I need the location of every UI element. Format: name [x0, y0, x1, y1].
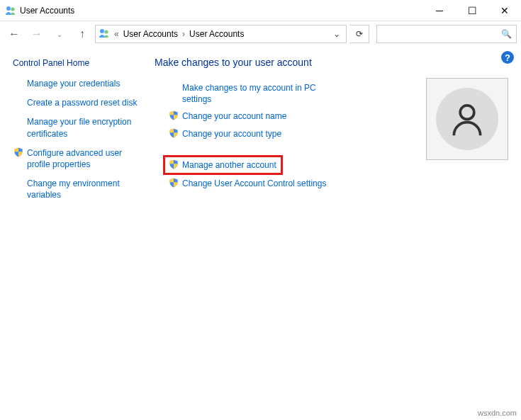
- maximize-button[interactable]: ☐: [456, 0, 488, 21]
- nav-row: ← → ⌄ ↑ « User Accounts › User Accounts …: [0, 21, 521, 47]
- app-icon: [0, 5, 17, 16]
- sidebar-link-label: Manage your file encryption certificates: [27, 116, 147, 139]
- refresh-button[interactable]: ⟳: [349, 25, 369, 43]
- sidebar-link-label: Change my environment variables: [27, 178, 147, 200]
- sidebar: Control Panel Home Manage your credentia…: [13, 54, 155, 209]
- sidebar-link-4[interactable]: Change my environment variables: [13, 178, 147, 200]
- sidebar-link-1[interactable]: Create a password reset disk: [13, 97, 147, 108]
- sidebar-link-label: Manage your credentials: [27, 78, 120, 89]
- sidebar-link-0[interactable]: Manage your credentials: [13, 78, 147, 89]
- main-link-1[interactable]: Change your account name: [167, 110, 412, 122]
- forward-button[interactable]: →: [27, 24, 47, 44]
- sidebar-link-2[interactable]: Manage your file encryption certificates: [13, 116, 147, 139]
- main-link-4[interactable]: Change User Account Control settings: [167, 178, 412, 189]
- breadcrumb-1[interactable]: User Accounts: [123, 29, 178, 39]
- recent-dropdown[interactable]: ⌄: [50, 24, 69, 44]
- main-link-0[interactable]: Make changes to my account in PC setting…: [167, 82, 316, 105]
- address-dropdown[interactable]: ⌄: [330, 29, 343, 39]
- svg-point-3: [104, 30, 108, 33]
- sidebar-link-3[interactable]: Configure advanced user profile properti…: [13, 147, 147, 170]
- svg-point-0: [6, 6, 11, 11]
- chevron-right-icon: ›: [181, 29, 186, 39]
- shield-icon: [167, 110, 180, 120]
- up-button[interactable]: ↑: [72, 24, 92, 44]
- sidebar-link-label: Create a password reset disk: [27, 97, 137, 108]
- window-controls: ─ ☐ ✕: [423, 0, 521, 21]
- main-link-label: Change your account type: [182, 128, 281, 140]
- main-panel: Make changes to your user account Make c…: [155, 54, 508, 209]
- address-bar[interactable]: « User Accounts › User Accounts ⌄: [95, 25, 347, 43]
- account-picture[interactable]: [426, 78, 508, 160]
- avatar-icon: [436, 88, 498, 150]
- titlebar: User Accounts ─ ☐ ✕: [0, 0, 521, 21]
- address-icon: [99, 28, 110, 41]
- shield-icon: [13, 147, 24, 157]
- svg-point-4: [460, 106, 474, 120]
- sidebar-heading[interactable]: Control Panel Home: [13, 58, 147, 68]
- main-link-2[interactable]: Change your account type: [167, 128, 412, 140]
- main-link-label: Change your account name: [182, 110, 286, 122]
- main-link-3[interactable]: Manage another account: [167, 159, 276, 171]
- breadcrumb-sep: «: [113, 29, 121, 39]
- main-link-label: Manage another account: [182, 159, 276, 171]
- search-input[interactable]: 🔍: [376, 25, 517, 43]
- watermark: wsxdn.com: [478, 409, 517, 417]
- window-title: User Accounts: [17, 6, 423, 16]
- highlighted-link: Manage another account: [163, 155, 283, 175]
- back-button[interactable]: ←: [4, 24, 24, 44]
- page-title: Make changes to your user account: [155, 57, 508, 68]
- sidebar-link-label: Configure advanced user profile properti…: [27, 147, 147, 170]
- minimize-button[interactable]: ─: [423, 0, 456, 21]
- main-link-label: Change User Account Control settings: [182, 178, 326, 189]
- svg-point-2: [100, 29, 104, 33]
- search-icon: 🔍: [501, 29, 512, 39]
- breadcrumb-2[interactable]: User Accounts: [189, 29, 244, 39]
- main-link-label: Make changes to my account in PC setting…: [182, 82, 316, 105]
- close-button[interactable]: ✕: [488, 0, 521, 21]
- shield-icon: [167, 178, 180, 188]
- shield-icon: [167, 159, 180, 169]
- shield-icon: [167, 128, 180, 138]
- content-area: Control Panel Home Manage your credentia…: [0, 47, 521, 209]
- svg-point-1: [11, 7, 14, 11]
